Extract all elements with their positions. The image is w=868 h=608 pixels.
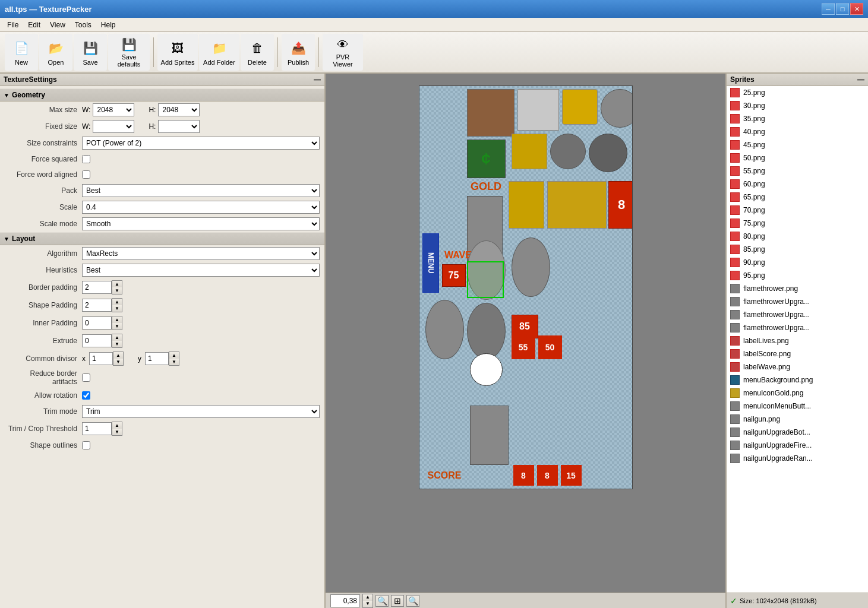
list-item[interactable]: flamethrowerUpgra...	[727, 308, 868, 321]
extrude-input[interactable]	[82, 334, 112, 347]
trim-mode-select[interactable]: Trim Crop None Polygon	[82, 405, 320, 418]
list-item[interactable]: 85.png	[727, 243, 868, 256]
save-icon: 💾	[81, 39, 100, 58]
zoom-down-btn[interactable]: ▼	[363, 601, 373, 607]
list-item[interactable]: flamethrowerUpgra...	[727, 321, 868, 334]
sprites-collapse[interactable]: —	[857, 75, 864, 84]
list-item[interactable]: 35.png	[727, 112, 868, 125]
list-item[interactable]: 55.png	[727, 164, 868, 178]
list-item[interactable]: 75.png	[727, 217, 868, 230]
menu-tools[interactable]: Tools	[70, 20, 96, 30]
menu-file[interactable]: File	[2, 20, 23, 30]
list-item[interactable]: menuIconGold.png	[727, 387, 868, 400]
common-divisor-y-input[interactable]	[145, 352, 169, 365]
save-defaults-button[interactable]: 💾 Save defaults	[108, 34, 150, 71]
save-button[interactable]: 💾 Save	[74, 34, 107, 71]
trim-crop-threshold-down[interactable]: ▼	[112, 429, 122, 435]
menu-edit[interactable]: Edit	[23, 20, 45, 30]
border-padding-input[interactable]	[82, 281, 112, 294]
zoom-input[interactable]	[330, 594, 360, 607]
texture-settings-title: TextureSettings	[4, 75, 57, 84]
allow-rotation-checkbox[interactable]	[82, 391, 90, 400]
list-item[interactable]: menuIconMenuButt...	[727, 400, 868, 413]
maximize-button[interactable]: □	[836, 3, 849, 15]
geometry-section-header[interactable]: ▼ Geometry	[0, 88, 324, 102]
delete-button[interactable]: 🗑 Delete	[241, 34, 274, 71]
list-item[interactable]: 60.png	[727, 178, 868, 191]
extrude-down[interactable]: ▼	[112, 341, 122, 347]
scale-select[interactable]: 0.4 0.5 1.0	[82, 201, 320, 214]
max-size-w-select[interactable]: 2048 512 1024 4096	[93, 103, 134, 116]
list-item[interactable]: menuBackground.png	[727, 373, 868, 387]
list-item[interactable]: flamethrower.png	[727, 282, 868, 295]
new-button[interactable]: 📄 New	[5, 34, 38, 71]
list-item[interactable]: 95.png	[727, 269, 868, 282]
extrude-up[interactable]: ▲	[112, 334, 122, 341]
force-squared-checkbox[interactable]	[82, 155, 90, 163]
list-item[interactable]: 45.png	[727, 138, 868, 151]
size-constraints-select[interactable]: POT (Power of 2) Any Word aligned	[82, 137, 320, 150]
list-item[interactable]: labelWave.png	[727, 360, 868, 373]
inner-padding-up[interactable]: ▲	[112, 316, 122, 323]
list-item[interactable]: 40.png	[727, 125, 868, 138]
list-item[interactable]: 25.png	[727, 86, 868, 99]
sprites-list[interactable]: 25.png30.png35.png40.png45.png50.png55.p…	[727, 86, 868, 593]
pack-select[interactable]: Best Horizontal Strip Vertical Strip	[82, 184, 320, 197]
shape-outlines-checkbox[interactable]	[82, 441, 90, 449]
pvr-viewer-button[interactable]: 👁 PVR Viewer	[323, 34, 363, 71]
add-folder-button[interactable]: 📁 Add Folder	[199, 34, 239, 71]
border-padding-up[interactable]: ▲	[112, 281, 122, 287]
canvas-area[interactable]: ¢ GOLD 8 MENU WAVE	[326, 74, 725, 593]
list-item[interactable]: nailgunUpgradeRan...	[727, 452, 868, 465]
shape-padding-down[interactable]: ▼	[112, 305, 122, 312]
scale-mode-select[interactable]: Smooth Fast Linear	[82, 217, 320, 230]
close-button[interactable]: ✕	[850, 3, 863, 15]
border-padding-down[interactable]: ▼	[112, 287, 122, 294]
list-item[interactable]: 30.png	[727, 99, 868, 112]
trim-crop-threshold-input[interactable]	[82, 422, 112, 435]
common-divisor-x-down[interactable]: ▼	[113, 359, 123, 365]
inner-padding-input[interactable]	[82, 316, 112, 330]
publish-button[interactable]: 📤 Publish	[282, 34, 315, 71]
trim-crop-threshold-control: ▲ ▼	[82, 422, 320, 436]
zoom-fit-button[interactable]: ⊞	[391, 595, 404, 607]
algorithm-select[interactable]: MaxRects Basic Polygon	[82, 247, 320, 260]
common-divisor-y-down[interactable]: ▼	[169, 359, 179, 365]
common-divisor-y-up[interactable]: ▲	[169, 352, 179, 359]
list-item[interactable]: labelLives.png	[727, 334, 868, 347]
inner-padding-down[interactable]: ▼	[112, 323, 122, 330]
reduce-border-artifacts-checkbox[interactable]	[82, 373, 90, 382]
menu-help[interactable]: Help	[96, 20, 121, 30]
fixed-size-h-select[interactable]	[158, 120, 200, 133]
list-item[interactable]: 50.png	[727, 151, 868, 164]
max-size-h-select[interactable]: 2048 512 1024 4096	[158, 103, 200, 116]
list-item[interactable]: flamethrowerUpgra...	[727, 295, 868, 308]
list-item[interactable]: nailgunUpgradeBot...	[727, 426, 868, 439]
list-item[interactable]: 70.png	[727, 204, 868, 217]
list-item[interactable]: nailgunUpgradeFire...	[727, 439, 868, 452]
list-item[interactable]: 65.png	[727, 191, 868, 204]
zoom-in-button[interactable]: 🔍	[406, 595, 419, 607]
list-item[interactable]: 90.png	[727, 256, 868, 269]
shape-padding-input[interactable]	[82, 299, 112, 312]
minimize-button[interactable]: ─	[822, 3, 835, 15]
heuristics-select[interactable]: Best ShortSideFit LongSideFit	[82, 264, 320, 277]
texture-settings-collapse[interactable]: —	[314, 75, 321, 84]
force-word-aligned-checkbox[interactable]	[82, 170, 90, 179]
fixed-size-w-select[interactable]	[93, 120, 134, 133]
list-item[interactable]: labelScore.png	[727, 347, 868, 360]
left-panel-content[interactable]: ▼ Geometry Max size W: 2048 512 1024 409…	[0, 86, 324, 608]
common-divisor-x-up[interactable]: ▲	[113, 352, 123, 359]
zoom-out-button[interactable]: 🔍	[375, 595, 389, 607]
common-divisor-x-input[interactable]	[89, 352, 113, 365]
add-sprites-button[interactable]: 🖼 Add Sprites	[157, 34, 198, 71]
sprite-block-num50: 50	[538, 335, 562, 359]
list-item[interactable]: 80.png	[727, 230, 868, 243]
open-button[interactable]: 📂 Open	[39, 34, 72, 71]
zoom-up-btn[interactable]: ▲	[363, 594, 373, 601]
shape-padding-up[interactable]: ▲	[112, 299, 122, 305]
trim-crop-threshold-up[interactable]: ▲	[112, 422, 122, 429]
list-item[interactable]: nailgun.png	[727, 413, 868, 426]
layout-section-header[interactable]: ▼ Layout	[0, 232, 324, 245]
menu-view[interactable]: View	[45, 20, 70, 30]
